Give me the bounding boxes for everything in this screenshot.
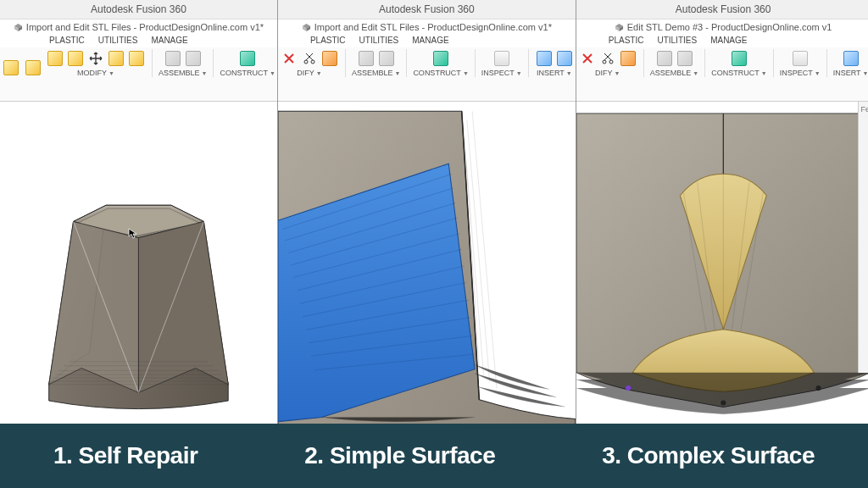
panel-simple-surface: Autodesk Fusion 360 Import and Edit STL … [278, 0, 576, 488]
tool-move[interactable] [86, 49, 105, 68]
tool-scale[interactable] [619, 49, 637, 68]
tool-construct-plane[interactable] [730, 49, 748, 68]
caption-1: 1. Self Repair [53, 442, 198, 469]
group-assemble[interactable]: ASSEMBLE▼ [159, 69, 207, 77]
group-insert[interactable]: INSERT▼ [537, 69, 572, 77]
tool-insert-image[interactable] [842, 49, 860, 68]
caption-2: 2. Simple Surface [304, 442, 495, 469]
group-assemble[interactable]: ASSEMBLE▼ [352, 69, 400, 77]
ribbon-toolbar: DIFY▼ ASSEMBLE▼ CONSTRUCT▼ [576, 47, 868, 102]
app-title: Autodesk Fusion 360 [0, 0, 277, 19]
tool-combine[interactable] [127, 49, 146, 68]
tool-assemble-joint[interactable] [676, 49, 694, 68]
svg-marker-6 [138, 221, 228, 392]
tool-sheetmetal[interactable] [2, 58, 20, 77]
tool-emboss[interactable] [24, 58, 42, 77]
caption-3: 3. Complex Surface [602, 442, 815, 469]
tool-assemble-new[interactable] [357, 49, 376, 68]
tool-cylinder[interactable] [66, 49, 85, 68]
tool-assemble-new[interactable] [655, 49, 674, 68]
ribbon-tab-plastic[interactable]: PLASTIC [303, 35, 353, 46]
tool-construct-plane[interactable] [238, 49, 257, 68]
svg-point-34 [609, 60, 613, 64]
svg-point-42 [721, 400, 726, 405]
document-title: Import and Edit STL Files - ProductDesig… [0, 19, 277, 35]
three-panel-layout: Autodesk Fusion 360 Import and Edit STL … [0, 0, 868, 488]
ribbon-tab-manage[interactable]: MANAGE [405, 35, 455, 46]
caption-bar: 1. Self Repair 2. Simple Surface 3. Comp… [0, 424, 868, 488]
tool-assemble-new[interactable] [164, 49, 182, 68]
group-modify-trunc[interactable]: DIFY▼ [595, 69, 620, 77]
group-assemble[interactable]: ASSEMBLE▼ [650, 69, 698, 77]
tool-hole[interactable] [107, 49, 125, 68]
tool-insert-image[interactable] [535, 49, 554, 68]
svg-point-41 [626, 385, 631, 391]
svg-point-43 [815, 385, 821, 391]
panel-complex-surface: Autodesk Fusion 360 Edit STL Demo #3 - P… [576, 0, 868, 488]
ribbon-tab-utilities[interactable]: UTILITIES [650, 35, 704, 46]
group-inspect[interactable]: INSPECT▼ [780, 69, 821, 77]
tool-assemble-joint[interactable] [184, 49, 203, 68]
group-insert[interactable]: INSERT▼ [833, 69, 868, 77]
tool-scale[interactable] [320, 49, 339, 68]
group-construct[interactable]: CONSTRUCT▼ [711, 69, 766, 77]
document-title: Import and Edit STL Files - ProductDesig… [278, 19, 576, 35]
group-construct[interactable]: CONSTRUCT▼ [220, 69, 275, 77]
tool-delete[interactable] [578, 49, 597, 68]
document-icon [615, 23, 624, 32]
mouse-cursor [127, 227, 139, 239]
tool-delete[interactable] [280, 49, 298, 68]
panel-self-repair: Autodesk Fusion 360 Import and Edit STL … [0, 0, 278, 488]
tool-assemble-joint[interactable] [377, 49, 396, 68]
group-modify[interactable]: MODIFY▼ [77, 69, 114, 77]
svg-point-33 [603, 60, 606, 64]
side-properties-panel[interactable]: Fe [858, 102, 868, 373]
ribbon-tab-manage[interactable]: MANAGE [704, 35, 754, 46]
group-modify-trunc[interactable]: DIFY▼ [297, 69, 321, 77]
tool-cut[interactable] [598, 49, 617, 68]
tool-inspect-measure[interactable] [492, 49, 511, 68]
app-title: Autodesk Fusion 360 [576, 0, 868, 19]
tool-box[interactable] [46, 49, 64, 68]
svg-point-11 [311, 60, 314, 64]
ribbon-tab-utilities[interactable]: UTILITIES [92, 35, 145, 46]
app-title: Autodesk Fusion 360 [278, 0, 576, 19]
tool-insert-decal[interactable] [555, 49, 574, 68]
document-icon [14, 23, 23, 32]
svg-marker-5 [49, 221, 139, 392]
group-construct[interactable]: CONSTRUCT▼ [413, 69, 468, 77]
ribbon-tab-manage[interactable]: MANAGE [144, 35, 194, 46]
tool-inspect-measure[interactable] [791, 49, 810, 68]
group-inspect[interactable]: INSPECT▼ [481, 69, 522, 77]
ribbon-toolbar: DIFY▼ ASSEMBLE▼ CONSTRUCT▼ [278, 47, 576, 102]
svg-point-10 [304, 60, 308, 64]
document-icon [302, 23, 311, 32]
ribbon-header: PLASTIC UTILITIES MANAGE [576, 35, 868, 47]
ribbon-tab-plastic[interactable]: PLASTIC [602, 35, 651, 46]
tool-cut[interactable] [300, 49, 319, 68]
ribbon-header: PLASTIC UTILITIES MANAGE [278, 35, 576, 47]
tool-construct-plane[interactable] [431, 49, 450, 68]
document-title: Edit STL Demo #3 - ProductDesignOnline.c… [576, 19, 868, 35]
ribbon-header: PLASTIC UTILITIES MANAGE [0, 35, 277, 47]
ribbon-tab-utilities[interactable]: UTILITIES [353, 35, 406, 46]
ribbon-toolbar: MODIFY▼ ASSEMBLE▼ CONSTRUCT▼ [0, 47, 277, 102]
ribbon-tab-plastic[interactable]: PLASTIC [42, 35, 92, 46]
